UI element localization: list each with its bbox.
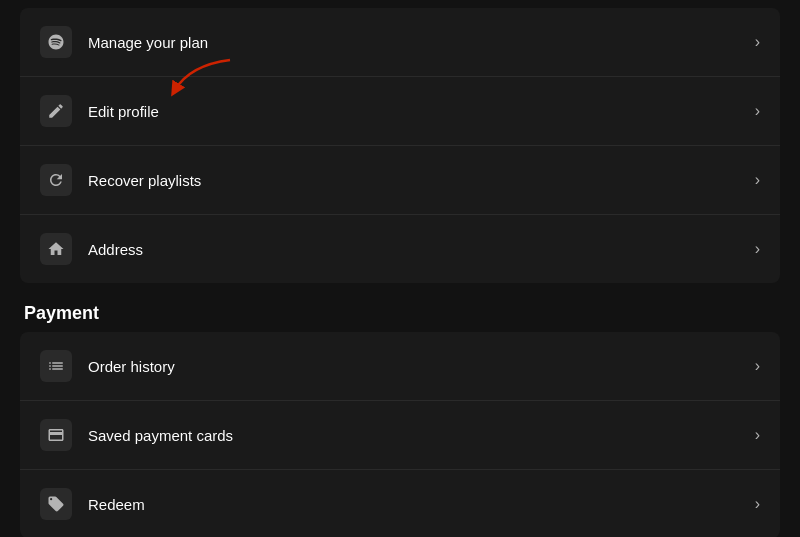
saved-payment-cards-left: Saved payment cards	[40, 419, 233, 451]
edit-profile-left: Edit profile	[40, 95, 159, 127]
address-item[interactable]: Address ›	[20, 215, 780, 283]
recover-playlists-left: Recover playlists	[40, 164, 201, 196]
refresh-icon	[47, 171, 65, 189]
tag-icon	[47, 495, 65, 513]
redeem-chevron: ›	[755, 495, 760, 513]
list-icon-wrapper	[40, 350, 72, 382]
saved-payment-cards-label: Saved payment cards	[88, 427, 233, 444]
home-icon	[47, 240, 65, 258]
manage-plan-item[interactable]: Manage your plan ›	[20, 8, 780, 77]
order-history-left: Order history	[40, 350, 175, 382]
tag-icon-wrapper	[40, 488, 72, 520]
address-left: Address	[40, 233, 143, 265]
redeem-left: Redeem	[40, 488, 145, 520]
order-history-item[interactable]: Order history ›	[20, 332, 780, 401]
manage-plan-left: Manage your plan	[40, 26, 208, 58]
refresh-icon-wrapper	[40, 164, 72, 196]
payment-section-title: Payment	[20, 303, 780, 324]
saved-payment-cards-chevron: ›	[755, 426, 760, 444]
edit-profile-item[interactable]: Edit profile ›	[20, 77, 780, 146]
card-icon-wrapper	[40, 419, 72, 451]
address-label: Address	[88, 241, 143, 258]
edit-profile-chevron: ›	[755, 102, 760, 120]
manage-plan-chevron: ›	[755, 33, 760, 51]
order-history-label: Order history	[88, 358, 175, 375]
pencil-icon-wrapper	[40, 95, 72, 127]
payment-card: Order history › Saved payment cards ›	[20, 332, 780, 537]
home-icon-wrapper	[40, 233, 72, 265]
spotify-icon	[47, 33, 65, 51]
recover-playlists-item[interactable]: Recover playlists ›	[20, 146, 780, 215]
redeem-label: Redeem	[88, 496, 145, 513]
account-card: Manage your plan › Edit profile ›	[20, 8, 780, 283]
pencil-icon	[47, 102, 65, 120]
list-icon	[47, 357, 65, 375]
redeem-item[interactable]: Redeem ›	[20, 470, 780, 537]
card-icon	[47, 426, 65, 444]
recover-playlists-label: Recover playlists	[88, 172, 201, 189]
order-history-chevron: ›	[755, 357, 760, 375]
manage-plan-label: Manage your plan	[88, 34, 208, 51]
saved-payment-cards-item[interactable]: Saved payment cards ›	[20, 401, 780, 470]
spotify-icon-wrapper	[40, 26, 72, 58]
edit-profile-label: Edit profile	[88, 103, 159, 120]
recover-playlists-chevron: ›	[755, 171, 760, 189]
address-chevron: ›	[755, 240, 760, 258]
